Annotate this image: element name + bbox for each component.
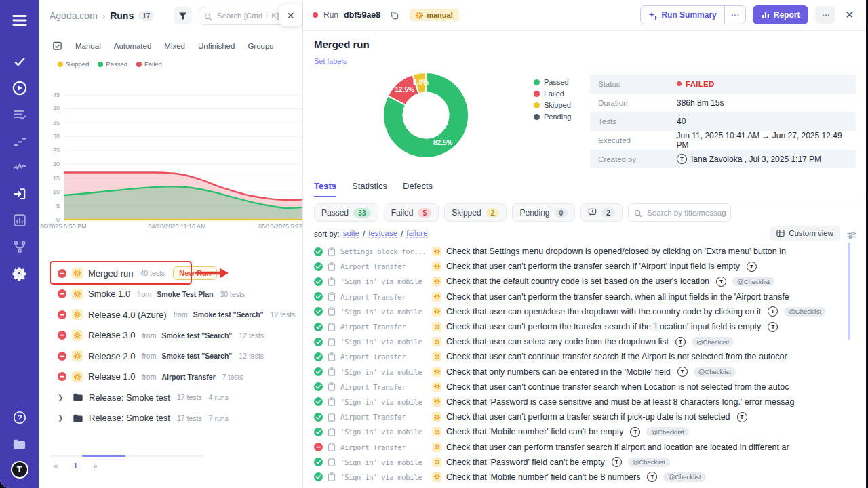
run-summary-button[interactable]: Run Summary: [641, 6, 724, 24]
filter-pending[interactable]: Pending0: [512, 203, 575, 222]
run-list-item[interactable]: Release 3.0 fromSmoke test "Search" 12 t…: [39, 325, 303, 346]
run-list-item[interactable]: Merged run 40 tests New Run: [39, 263, 303, 284]
filter-skipped[interactable]: Skipped2: [444, 203, 507, 222]
chevron-right-icon[interactable]: ❯: [58, 414, 67, 422]
test-row[interactable]: Airport Transfer Check that user can't p…: [314, 319, 840, 334]
folder-icon[interactable]: [10, 434, 29, 453]
test-row[interactable]: 'Sign in' via mobile Check that only num…: [314, 365, 840, 380]
vertical-scrollbar[interactable]: [848, 243, 850, 340]
chevron-right-icon[interactable]: ❯: [58, 394, 67, 401]
runs-area-chart: 05101520253035404526/2025 5:50 PM04/28/2…: [39, 85, 303, 235]
runs-tab-unfinished[interactable]: Unfinished: [198, 42, 235, 50]
sort-link-testcase[interactable]: testcase: [368, 229, 397, 238]
test-row[interactable]: 'Sign in' via mobile Check that 'Passwor…: [314, 394, 840, 409]
test-row[interactable]: Settings block for... Check that Setting…: [314, 244, 840, 259]
check-icon[interactable]: [10, 52, 29, 71]
close-detail-button[interactable]: ✕: [842, 7, 856, 22]
run-summary-more-button[interactable]: ⋯: [724, 6, 745, 24]
test-row[interactable]: Airport Transfer Check that user can't p…: [314, 289, 840, 304]
custom-view-button[interactable]: Custom view: [770, 226, 840, 241]
test-row[interactable]: 'Sign in' via mobile Check that 'Mobile …: [314, 470, 840, 485]
test-suite: Settings block for...: [340, 247, 427, 256]
close-panel-button[interactable]: ✕: [279, 4, 302, 26]
calendar-check-icon[interactable]: [52, 41, 62, 51]
passed-icon: [314, 428, 323, 436]
failed-icon: [58, 331, 66, 340]
breadcrumb-section: Runs: [110, 10, 134, 21]
copy-icon[interactable]: [390, 11, 399, 20]
menu-icon[interactable]: [10, 11, 29, 30]
test-row[interactable]: Airport Transfer Check that user can't p…: [314, 409, 840, 424]
tab-defects[interactable]: Defects: [403, 181, 433, 197]
checklist-badge: @Checklist: [732, 277, 774, 286]
test-row[interactable]: Airport Transfer Check that user can per…: [314, 439, 840, 454]
test-row[interactable]: 'Sign in' via mobile Check that user can…: [314, 304, 840, 319]
filter-button[interactable]: [174, 7, 192, 24]
test-row[interactable]: 'Sign in' via mobile Check that the defa…: [314, 274, 840, 289]
tab-statistics[interactable]: Statistics: [352, 181, 387, 197]
report-button[interactable]: Report: [753, 5, 809, 24]
run-from-label: from: [142, 331, 156, 340]
testcase-icon: [328, 323, 336, 331]
passed-icon: [314, 397, 323, 406]
donut-legend-item: Skipped: [534, 101, 571, 109]
runs-tab-groups[interactable]: Groups: [248, 42, 273, 50]
run-list-item[interactable]: Release 1.0 fromAirport Transfer 7 tests: [39, 367, 303, 388]
import-icon[interactable]: [10, 184, 29, 203]
runs-tab-automated[interactable]: Automated: [114, 42, 152, 50]
test-title: Check that 'Mobile number' field can't b…: [446, 427, 623, 436]
sort-link-failure[interactable]: failure: [406, 229, 427, 238]
assignee-avatar: T: [647, 472, 657, 482]
page-number[interactable]: 1: [73, 462, 77, 470]
gear-icon[interactable]: [10, 264, 29, 283]
list-check-icon[interactable]: [10, 105, 29, 124]
play-circle-icon[interactable]: [10, 79, 29, 98]
test-row[interactable]: 'Sign in' via mobile Check that 'Mobile …: [314, 424, 840, 439]
test-row[interactable]: Airport Transfer Check that user can't c…: [314, 349, 840, 364]
main-sidebar: ? T: [0, 0, 39, 488]
test-row[interactable]: 'Sign in' via mobile Check that user can…: [314, 334, 840, 349]
run-folder-item[interactable]: ❯ Release: Smoke test 17 tests 7 runs: [39, 408, 303, 429]
runs-search-input[interactable]: [199, 7, 292, 25]
comments-filter[interactable]: 2: [580, 203, 623, 222]
tab-tests[interactable]: Tests: [314, 181, 336, 197]
run-list-item[interactable]: Release 2.0 fromSmoke test "Search" 12 t…: [39, 346, 303, 367]
test-row[interactable]: Airport Transfer Check that user can't p…: [314, 259, 840, 274]
help-icon[interactable]: ?: [10, 408, 29, 427]
run-list-item[interactable]: Release 4.0 (Azure) fromSmoke test "Sear…: [39, 304, 303, 325]
breadcrumb-project[interactable]: Agoda.com: [50, 10, 98, 21]
filter-passed[interactable]: Passed33: [314, 203, 378, 222]
user-avatar[interactable]: T: [11, 461, 28, 479]
test-row[interactable]: Airport Transfer Check that user can't c…: [314, 380, 840, 394]
run-list-item[interactable]: Smoke 1.0 fromSmoke Test Plan 30 tests: [39, 284, 303, 305]
manual-test-icon: [432, 427, 441, 436]
branch-icon[interactable]: [10, 237, 29, 256]
set-labels-link[interactable]: Set labels: [314, 57, 347, 66]
creator-avatar: T: [677, 154, 687, 164]
test-suite: Airport Transfer: [340, 262, 427, 270]
sort-by-label: sort by:: [314, 230, 340, 238]
runs-tab-manual[interactable]: Manual: [75, 42, 101, 50]
test-search-input[interactable]: [628, 203, 731, 222]
sort-link-suite[interactable]: suite: [343, 229, 359, 238]
sort-row: sort by:suite/testcase/failure: [314, 229, 428, 238]
manual-run-icon: [72, 371, 83, 382]
runs-tab-mixed[interactable]: Mixed: [164, 42, 185, 50]
info-label: Executed: [590, 136, 677, 144]
next-page-button[interactable]: »: [93, 462, 97, 470]
manual-test-icon: [432, 458, 441, 467]
manual-test-icon: [432, 277, 441, 286]
filter-failed[interactable]: Failed5: [384, 203, 439, 222]
svg-text:?: ?: [17, 413, 22, 422]
adjustments-icon[interactable]: [847, 230, 856, 242]
runs-panel: Agoda.com › Runs 17 ✕ ManualAutomatedMix…: [39, 0, 303, 488]
test-row[interactable]: 'Sign in' via mobile Check that 'Passwor…: [314, 455, 840, 470]
scrollbar-thumb[interactable]: [82, 455, 125, 457]
run-folder-item[interactable]: ❯ Release: Smoke test 17 tests 4 runs: [39, 387, 303, 408]
prev-page-button[interactable]: «: [54, 462, 58, 470]
activity-icon[interactable]: [10, 158, 29, 177]
run-info-table: Status FAILED Duration 386h 8m 15s Tests…: [590, 75, 856, 168]
more-actions-button[interactable]: ⋯: [815, 6, 835, 24]
report-box-icon[interactable]: [10, 211, 29, 230]
steps-icon[interactable]: [10, 131, 29, 150]
